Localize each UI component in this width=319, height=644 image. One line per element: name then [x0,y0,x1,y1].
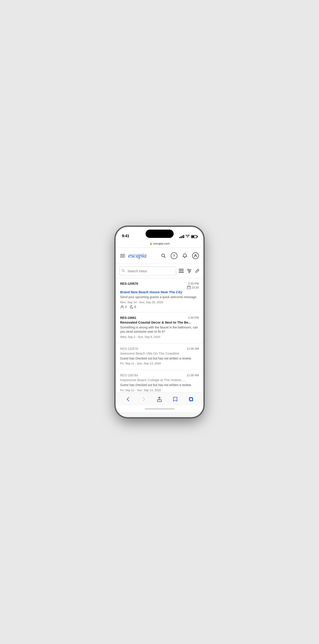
svg-rect-8 [179,272,184,273]
compose-button[interactable] [195,269,200,273]
menu-button[interactable] [120,254,125,257]
home-indicator [116,406,203,412]
item-time: 11:30 AM [187,374,199,377]
help-button[interactable]: ? [171,252,177,259]
svg-text:escapia: escapia [128,252,146,259]
svg-rect-6 [179,269,184,270]
svg-point-13 [190,270,191,272]
search-input[interactable] [119,266,176,275]
nights-count: 6 [129,305,136,308]
lock-icon: 🔒 [149,242,152,245]
svg-point-12 [188,269,189,270]
cal-time: 23:30 [192,286,199,289]
signal-icon [179,235,184,238]
property-name: Renovated Coastal Decor & Next to The Be… [120,320,199,324]
battery-icon [191,235,197,238]
filter-button[interactable] [187,269,192,273]
dynamic-island [146,230,174,238]
guest-number: 4 [125,305,127,308]
property-name: Impressive Beach Cottage at The Hottest … [120,378,199,382]
browser-url-text: escapia.com [153,242,170,245]
svg-line-5 [124,271,125,272]
item-message: Something is wrong with the faucet in th… [120,325,199,334]
forward-button[interactable] [139,394,149,404]
svg-rect-7 [179,270,184,271]
item-message: Send your upcoming guests a quick welcom… [120,295,199,300]
res-id: RES-10661 [120,316,136,320]
svg-rect-15 [187,286,190,289]
toolbar-icons [179,269,200,273]
svg-point-14 [189,272,190,273]
res-id: RES-156784 [120,374,138,377]
inbox-item[interactable]: RES-10661 2:30 PM Renovated Coastal Deco… [116,312,203,344]
svg-line-2 [164,256,166,258]
cal-badge: 23:30 [187,286,199,289]
res-id: RES-120576 [120,347,138,350]
nights-number: 6 [134,305,136,308]
item-dates: Wed, Sep 2 - Sun, Sep 6, 2020 [120,335,199,338]
search-button[interactable] [160,252,167,260]
notifications-button[interactable] [181,252,189,260]
item-time: 2:30 PM [187,282,199,285]
item-message: Guest has checked out but has not writte… [120,383,199,388]
search-input-icon [121,269,125,273]
bottom-toolbar [116,392,203,406]
status-time: 9:41 [122,234,129,238]
res-id: RES-120576 [120,282,138,286]
search-input-wrapper [119,266,176,275]
inbox-item[interactable]: RES-120576 2:30 PM 23:30 [116,278,203,312]
wifi-icon [186,235,190,238]
item-dates: Fri, Sep 11 - Sun, Sep 13, 2020 [120,388,199,392]
guest-count: 4 [120,305,127,308]
item-time: 2:30 PM [188,316,199,319]
property-name: Brand New Beach House Near The City [120,290,199,294]
browser-bar: 🔒 escapia.com [116,240,203,248]
user-profile-button[interactable] [192,252,199,259]
item-dates: Mon, Sep 14 - Sun, Sep 20, 2020 [120,300,199,304]
home-bar [145,408,175,410]
phone-frame: 9:41 🔒 [116,227,203,417]
bookmarks-button[interactable] [170,394,180,404]
share-button[interactable] [154,394,164,404]
header-right: ? [160,252,199,260]
search-section [116,264,203,278]
app-logo: escapia [128,250,155,261]
header-left: escapia [120,250,155,261]
inbox-list: RES-120576 2:30 PM 23:30 [116,278,203,392]
back-button[interactable] [123,394,133,404]
property-name: Awesome Beach Villa On The Coastline [120,352,199,355]
app-header: escapia ? [116,248,203,264]
item-dates: Fri, Sep 11 - Sun, Sep 13, 2020 [120,362,199,365]
item-message: Guest has checked out but has not writte… [120,356,199,361]
status-icons [179,235,197,238]
item-time: 11:30 AM [187,347,199,350]
inbox-item[interactable]: RES-156784 11:30 AM Impressive Beach Cot… [116,370,203,392]
tabs-button[interactable] [186,394,196,404]
item-guests: 4 6 [120,305,199,308]
inbox-item[interactable]: RES-120576 11:30 AM Awesome Beach Villa … [116,344,203,370]
list-view-button[interactable] [179,269,184,273]
